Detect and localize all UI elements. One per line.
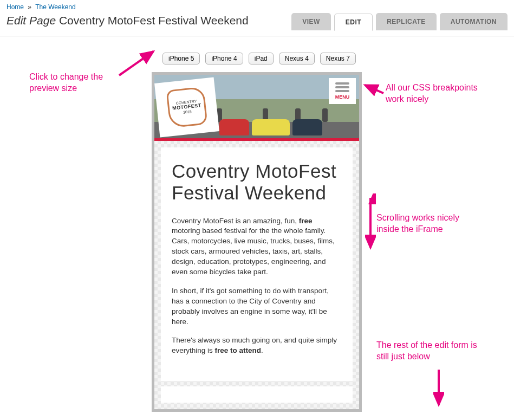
menu-button[interactable]: MENU [329,78,356,104]
annotation-edit-form: The rest of the edit form is still just … [376,340,490,363]
breadcrumb-separator: » [28,3,31,11]
menu-label: MENU [335,94,350,100]
preview-iframe[interactable]: COVENTRY MOTOFEST 2015 MENU Coventry Mot… [152,72,362,412]
device-ipad[interactable]: iPad [249,53,274,64]
device-iphone4[interactable]: iPhone 4 [205,53,243,64]
tab-automation[interactable]: AUTOMATION [440,13,508,30]
hamburger-icon [335,82,349,92]
device-iphone5[interactable]: iPhone 5 [162,53,200,64]
svg-line-1 [365,85,383,93]
arrow-down-icon [433,367,444,410]
tab-edit[interactable]: EDIT [334,14,373,31]
device-nexus4[interactable]: Nexus 4 [279,53,315,64]
device-nexus7[interactable]: Nexus 7 [320,53,356,64]
arrow-icon [362,80,386,99]
breadcrumb: Home » The Weekend [0,0,514,13]
page-title: Edit Page Coventry MotoFest Festival Wee… [6,13,249,27]
content-card: Coventry MotoFest Festival Weekend Coven… [161,147,353,381]
page-title-prefix: Edit Page [6,14,56,27]
page-title-text: Coventry MotoFest Festival Weekend [59,14,249,27]
hero-banner: COVENTRY MOTOFEST 2015 MENU [154,75,359,141]
double-arrow-icon [365,193,376,253]
breadcrumb-home[interactable]: Home [6,3,24,11]
device-size-bar: iPhone 5 iPhone 4 iPad Nexus 4 Nexus 7 [0,53,514,64]
content-body: Coventry MotoFest is an amazing, fun, fr… [172,216,342,357]
annotation-scrolling: Scrolling works nicely inside the iFrame [376,212,479,235]
arrow-icon [116,47,160,80]
logo-badge: COVENTRY MOTOFEST 2015 [154,77,219,138]
svg-line-0 [119,51,153,75]
tab-replicate[interactable]: REPLICATE [376,13,437,30]
tab-view[interactable]: VIEW [291,13,331,30]
breadcrumb-weekend[interactable]: The Weekend [35,3,76,11]
annotation-preview-size: Click to change the preview size [29,72,121,94]
content-title: Coventry MotoFest Festival Weekend [172,160,342,204]
annotation-breakpoints: All our CSS breakpoints work nicely [386,82,494,105]
tab-bar: VIEW EDIT REPLICATE AUTOMATION [291,13,508,30]
